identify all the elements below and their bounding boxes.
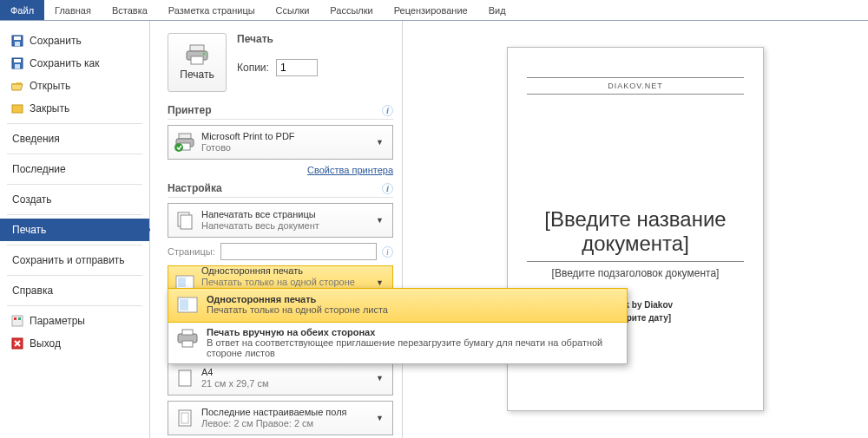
preview-doc-subtitle: [Введите подзаголовок документа] (527, 267, 744, 279)
info-icon[interactable]: i (382, 183, 393, 194)
section-printer: Принтер i (168, 104, 393, 120)
chevron-down-icon: ▼ (372, 138, 387, 147)
print-content: Печать Печать Копии: Принтер i (150, 21, 868, 438)
printer-status: Готово (201, 142, 372, 154)
backstage-sidebar: Сохранить Сохранить как Открыть Закрыть … (0, 21, 150, 438)
ribbon-tab-home[interactable]: Главная (44, 0, 102, 20)
svg-rect-4 (14, 59, 21, 62)
svg-rect-13 (191, 56, 203, 64)
margins-dropdown[interactable]: Последние настраиваемые поля Левое: 2 см… (168, 401, 393, 435)
ribbon-tab-view[interactable]: Вид (478, 0, 516, 20)
ribbon-tab-insert[interactable]: Вставка (102, 0, 158, 20)
paper-size-icon (174, 367, 196, 389)
margins-icon (174, 407, 196, 429)
sidebar-item-new[interactable]: Создать (0, 188, 149, 211)
save-as-icon (10, 56, 24, 70)
sidebar-label: Закрыть (30, 102, 69, 114)
print-title: Печать (237, 33, 318, 45)
manual-duplex-icon (175, 327, 200, 350)
printer-properties-link[interactable]: Свойства принтера (168, 165, 393, 175)
svg-rect-5 (15, 64, 20, 69)
sidebar-label: Сохранить как (30, 57, 99, 69)
sidebar-item-help[interactable]: Справка (0, 279, 149, 302)
pages-input[interactable] (220, 243, 377, 260)
printer-dropdown[interactable]: Microsoft Print to PDF Готово ▼ (168, 125, 393, 160)
duplex-option-manual[interactable]: Печать вручную на обеих сторонах В ответ… (168, 322, 627, 363)
sidebar-item-close[interactable]: Закрыть (0, 97, 149, 120)
save-icon (10, 34, 24, 48)
sidebar-label: Параметры (30, 315, 85, 327)
sidebar-label: Последние (12, 163, 66, 175)
sidebar-item-print[interactable]: Печать (0, 219, 149, 241)
sidebar-item-exit[interactable]: Выход (0, 332, 149, 355)
print-button-label: Печать (180, 69, 214, 81)
svg-point-14 (203, 53, 206, 56)
sidebar-label: Справка (12, 284, 53, 297)
svg-rect-11 (190, 45, 204, 51)
options-icon (10, 314, 24, 328)
copies-label: Копии: (237, 62, 269, 74)
ribbon-tab-file[interactable]: Файл (0, 0, 44, 20)
svg-rect-8 (14, 317, 16, 320)
svg-rect-6 (12, 105, 23, 113)
ribbon-tab-layout[interactable]: Разметка страницы (158, 0, 266, 20)
sidebar-label: Сохранить и отправить (12, 254, 125, 266)
copies-input[interactable] (276, 59, 318, 76)
ribbon-tab-review[interactable]: Рецензирование (384, 0, 478, 20)
scope-dropdown[interactable]: Напечатать все страницы Напечатать весь … (168, 203, 393, 238)
svg-rect-7 (12, 316, 23, 326)
sidebar-label: Сведения (12, 133, 60, 145)
sidebar-item-savesend[interactable]: Сохранить и отправить (0, 249, 149, 271)
svg-point-18 (174, 143, 183, 152)
preview-doc-title: [Введите название документа] (527, 207, 744, 256)
paper-dropdown[interactable]: A4 21 см x 29,7 см ▼ (168, 361, 393, 396)
svg-rect-1 (14, 36, 21, 40)
sidebar-label: Открыть (30, 80, 70, 92)
printer-name: Microsoft Print to PDF (201, 131, 372, 142)
svg-rect-29 (182, 330, 193, 335)
svg-rect-9 (18, 317, 21, 320)
chevron-down-icon: ▼ (372, 414, 387, 422)
info-icon[interactable]: i (382, 246, 393, 258)
ribbon-tabs: Файл Главная Вставка Разметка страницы С… (0, 0, 868, 21)
chevron-down-icon: ▼ (372, 216, 387, 225)
ribbon-tab-references[interactable]: Ссылки (266, 0, 320, 20)
preview-watermark: DIAKOV.NET (527, 82, 744, 90)
print-button[interactable]: Печать (168, 33, 227, 92)
svg-rect-23 (179, 370, 191, 386)
backstage-main: Сохранить Сохранить как Открыть Закрыть … (0, 21, 868, 438)
pages-label: Страницы: (168, 246, 215, 257)
pages-all-icon (174, 209, 196, 232)
sidebar-label: Выход (30, 337, 61, 350)
one-sided-icon (175, 294, 200, 317)
svg-rect-15 (179, 134, 191, 139)
sidebar-label: Создать (12, 193, 52, 206)
folder-close-icon (10, 101, 24, 115)
print-panel: Печать Печать Копии: Принтер i (150, 21, 402, 438)
print-preview: DIAKOV.NET [Введите название документа] … (402, 21, 868, 438)
sidebar-item-recent[interactable]: Последние (0, 158, 149, 180)
sidebar-item-options[interactable]: Параметры (0, 310, 149, 332)
info-icon[interactable]: i (382, 105, 393, 116)
chevron-down-icon: ▼ (372, 278, 387, 287)
sidebar-item-open[interactable]: Открыть (0, 75, 149, 97)
sidebar-item-info[interactable]: Сведения (0, 127, 149, 150)
duplex-flyout: Односторонняя печать Печатать только на … (168, 288, 628, 364)
chevron-down-icon: ▼ (372, 374, 387, 382)
sidebar-item-save[interactable]: Сохранить (0, 29, 149, 52)
ribbon-tab-mailings[interactable]: Рассылки (319, 0, 383, 20)
svg-rect-2 (15, 42, 20, 46)
section-settings: Настройка i (168, 182, 393, 198)
printer-ready-icon (174, 131, 196, 154)
exit-icon (10, 337, 24, 350)
printer-icon (185, 44, 209, 65)
sidebar-item-saveas[interactable]: Сохранить как (0, 52, 149, 75)
svg-rect-20 (181, 215, 192, 229)
sidebar-label: Сохранить (30, 35, 82, 47)
sidebar-label: Печать (12, 224, 46, 236)
folder-open-icon (10, 79, 24, 93)
svg-rect-27 (180, 299, 188, 311)
svg-rect-30 (182, 341, 193, 347)
svg-rect-22 (178, 278, 186, 287)
duplex-option-onesided[interactable]: Односторонняя печать Печатать только на … (168, 288, 628, 323)
